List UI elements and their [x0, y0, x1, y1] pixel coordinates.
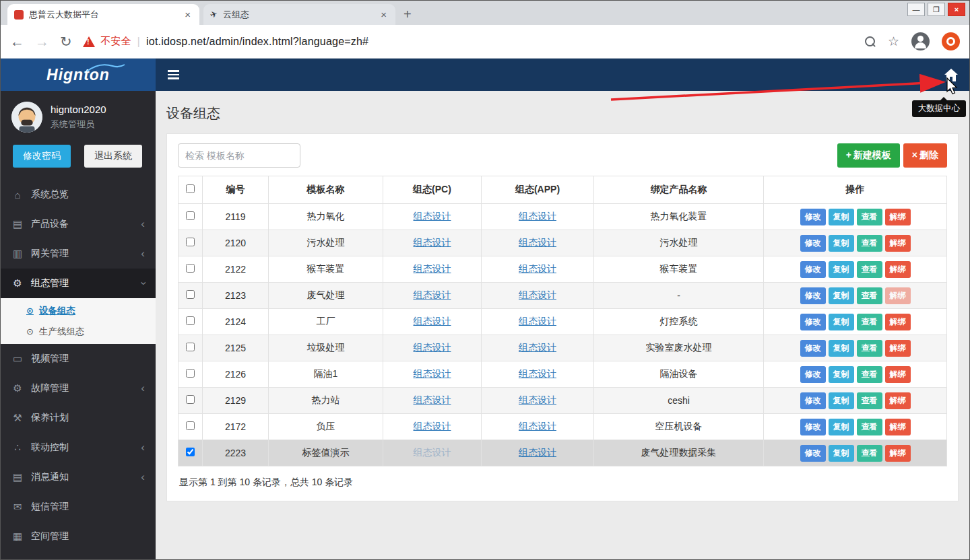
action-copy-button[interactable]: 复制: [829, 287, 854, 304]
row-checkbox[interactable]: [186, 290, 195, 299]
action-edit-button[interactable]: 修改: [800, 314, 826, 330]
new-template-button[interactable]: +新建模板: [837, 143, 900, 168]
action-unbind-button[interactable]: 解绑: [885, 392, 911, 409]
action-edit-button[interactable]: 修改: [800, 419, 826, 435]
forward-icon[interactable]: →: [35, 34, 49, 50]
tab-cloud-config[interactable]: ✈ 云组态 ×: [203, 4, 395, 25]
action-edit-button[interactable]: 修改: [800, 340, 826, 357]
sidebar-item-product[interactable]: ▤产品设备‹: [1, 209, 156, 239]
action-edit-button[interactable]: 修改: [800, 392, 826, 409]
logout-button[interactable]: 退出系统: [84, 145, 142, 168]
action-view-button[interactable]: 查看: [857, 209, 882, 225]
pc-design-link[interactable]: 组态设计: [414, 368, 451, 379]
action-copy-button[interactable]: 复制: [829, 419, 854, 435]
sidebar-item-space[interactable]: ▦空间管理: [1, 522, 156, 551]
zoom-icon[interactable]: [865, 36, 876, 47]
reload-icon[interactable]: ↻: [60, 34, 72, 50]
browser-update-icon[interactable]: [942, 32, 960, 50]
action-edit-button[interactable]: 修改: [800, 287, 826, 304]
action-edit-button[interactable]: 修改: [800, 366, 826, 383]
app-design-link[interactable]: 组态设计: [519, 316, 556, 326]
pc-design-link[interactable]: 组态设计: [414, 211, 451, 221]
tab-dashboard[interactable]: 思普云大数据平台 ×: [7, 4, 199, 25]
tab-close-icon[interactable]: ×: [379, 9, 389, 20]
pc-design-link[interactable]: 组态设计: [414, 421, 451, 431]
action-edit-button[interactable]: 修改: [800, 261, 826, 278]
action-unbind-button[interactable]: 解绑: [885, 209, 911, 225]
tab-close-icon[interactable]: ×: [183, 9, 193, 20]
pc-design-link[interactable]: 组态设计: [414, 316, 451, 326]
row-checkbox[interactable]: [186, 264, 195, 273]
new-tab-button[interactable]: +: [403, 7, 412, 22]
restore-button[interactable]: ❐: [928, 3, 945, 16]
action-copy-button[interactable]: 复制: [829, 209, 854, 225]
action-unbind-button[interactable]: 解绑: [885, 314, 911, 330]
action-view-button[interactable]: 查看: [857, 287, 882, 304]
pc-design-link[interactable]: 组态设计: [414, 394, 451, 405]
pc-design-link[interactable]: 组态设计: [414, 342, 451, 353]
row-checkbox[interactable]: [186, 395, 195, 404]
app-design-link[interactable]: 组态设计: [519, 421, 556, 431]
sidebar-item-message[interactable]: ▤消息通知‹: [1, 462, 156, 492]
action-copy-button[interactable]: 复制: [829, 314, 854, 330]
action-view-button[interactable]: 查看: [857, 366, 882, 383]
action-view-button[interactable]: 查看: [857, 261, 882, 278]
minimize-button[interactable]: —: [907, 3, 925, 16]
action-unbind-button[interactable]: 解绑: [885, 340, 911, 357]
app-design-link[interactable]: 组态设计: [519, 447, 556, 458]
back-icon[interactable]: ←: [10, 34, 24, 50]
sidebar-item-fault[interactable]: ⚙故障管理‹: [1, 374, 156, 403]
sidebar-item-maintain[interactable]: ⚒保养计划: [1, 403, 156, 433]
row-checkbox[interactable]: [186, 238, 195, 246]
pc-design-link[interactable]: 组态设计: [414, 237, 451, 248]
action-view-button[interactable]: 查看: [857, 235, 882, 252]
app-design-link[interactable]: 组态设计: [519, 342, 556, 353]
app-design-link[interactable]: 组态设计: [519, 394, 556, 405]
action-view-button[interactable]: 查看: [857, 314, 882, 330]
bookmark-star-icon[interactable]: ☆: [888, 34, 899, 49]
action-view-button[interactable]: 查看: [857, 445, 882, 462]
action-unbind-button[interactable]: 解绑: [885, 235, 911, 252]
pc-design-link[interactable]: 组态设计: [414, 447, 451, 458]
sidebar-item-overview[interactable]: ⌂系统总览: [1, 180, 156, 209]
row-checkbox[interactable]: [186, 211, 195, 220]
row-checkbox[interactable]: [186, 316, 195, 325]
action-unbind-button[interactable]: 解绑: [885, 366, 911, 383]
hamburger-menu-icon[interactable]: [156, 59, 191, 91]
row-checkbox[interactable]: [186, 448, 195, 456]
url-field[interactable]: 不安全 | iot.idosp.net/admin/index.html?lan…: [83, 35, 854, 48]
sidebar-subitem-device-config[interactable]: ⊙设备组态: [1, 300, 156, 321]
action-copy-button[interactable]: 复制: [829, 261, 854, 278]
action-edit-button[interactable]: 修改: [800, 235, 826, 252]
row-checkbox[interactable]: [186, 421, 195, 430]
pc-design-link[interactable]: 组态设计: [414, 289, 451, 300]
security-label[interactable]: 不安全: [101, 35, 131, 48]
sidebar-item-sms[interactable]: ✉短信管理: [1, 492, 156, 522]
action-view-button[interactable]: 查看: [857, 340, 882, 357]
url-text[interactable]: iot.idosp.net/admin/index.html?language=…: [146, 36, 368, 48]
row-checkbox[interactable]: [186, 369, 195, 378]
app-design-link[interactable]: 组态设计: [519, 237, 556, 248]
select-all-checkbox[interactable]: [186, 184, 195, 193]
action-unbind-button[interactable]: 解绑: [885, 261, 911, 278]
row-checkbox[interactable]: [186, 343, 195, 351]
delete-button[interactable]: ×删除: [903, 143, 947, 168]
action-copy-button[interactable]: 复制: [829, 366, 854, 383]
action-copy-button[interactable]: 复制: [829, 340, 854, 357]
app-design-link[interactable]: 组态设计: [519, 289, 556, 300]
action-view-button[interactable]: 查看: [857, 419, 882, 435]
action-view-button[interactable]: 查看: [857, 392, 882, 409]
action-copy-button[interactable]: 复制: [829, 445, 854, 462]
sidebar-item-gateway[interactable]: ▥网关管理‹: [1, 239, 156, 269]
search-input[interactable]: [178, 143, 300, 168]
action-edit-button[interactable]: 修改: [800, 445, 826, 462]
sidebar-item-linkage[interactable]: ∴联动控制‹: [1, 433, 156, 462]
sidebar-item-config[interactable]: ⚙组态管理‹: [1, 269, 156, 298]
action-edit-button[interactable]: 修改: [800, 209, 826, 225]
app-design-link[interactable]: 组态设计: [519, 263, 556, 274]
action-unbind-button[interactable]: 解绑: [885, 445, 911, 462]
app-design-link[interactable]: 组态设计: [519, 368, 556, 379]
action-unbind-button[interactable]: 解绑: [885, 287, 911, 304]
home-icon[interactable]: [938, 59, 964, 91]
user-avatar[interactable]: [11, 102, 42, 133]
